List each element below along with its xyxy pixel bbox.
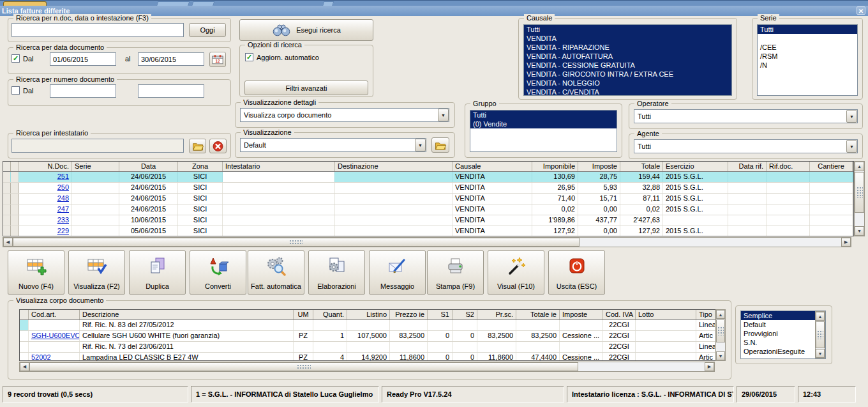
chevron-down-icon[interactable]: ▼ [846,140,857,153]
view-button[interactable]: Visualizza (F2) [68,250,125,295]
scroll-down-icon[interactable]: ▼ [816,349,825,358]
scroll-down-icon[interactable]: ▼ [855,226,864,236]
table-row[interactable]: SGH-U600EVOCellulare SGH U600 WHITE (fuo… [20,331,715,342]
col-intestatario[interactable]: Intestatario [223,162,335,171]
invoices-vertical-scrollbar[interactable]: ▲ ▼ [854,161,865,236]
list-item[interactable]: VENDITA - CESSIONE GRATUITA [524,61,731,70]
duplicate-button[interactable]: Duplica [129,250,186,295]
col-listino[interactable]: Listino [347,310,390,319]
scrollbar-thumb[interactable] [716,319,725,342]
list-item[interactable]: Semplice [741,311,825,320]
col-data-rif[interactable]: Data rif. [728,162,767,171]
col-destinazione[interactable]: Destinazione [335,162,453,171]
col-codart-cell[interactable]: 52002 [29,353,80,361]
print-button[interactable]: Stampa (F9) [427,250,484,295]
advanced-filters-button[interactable]: Filtri avanzati [244,81,368,95]
col-lotto[interactable]: Lotto [636,310,696,319]
list-item[interactable]: /CEE [758,43,857,52]
col-pr-sc[interactable]: Pr.sc. [477,310,516,319]
col-imposte[interactable]: Imposte [560,310,603,319]
col-ndoc-cell[interactable]: 250 [19,183,72,193]
col-descrizione[interactable]: Descrizione [80,310,294,319]
scroll-left-icon[interactable]: ◀ [3,238,13,247]
table-row[interactable]: 23310/06/2015SICIVENDITA1'989,86437,772'… [3,215,853,226]
view-select[interactable]: Default ▼ [240,138,426,152]
table-row[interactable]: 25024/06/2015SICIVENDITA26,955,9332,8820… [3,183,853,194]
chevron-down-icon[interactable]: ▼ [438,109,449,121]
table-row[interactable]: Rif. Ric. N. 73 del 23/06/201122CGILinea [20,342,715,353]
col-ndoc-cell[interactable]: 233 [19,215,72,226]
table-row[interactable]: Rif. Ric. N. 83 del 27/05/201222CGILinea [20,320,715,331]
col-cod-iva[interactable]: Cod. IVA [603,310,636,319]
col-ndoc-cell[interactable]: 251 [19,172,72,182]
col-ndoc-cell[interactable]: 247 [19,204,72,215]
col-data[interactable]: Data [119,162,178,171]
execute-search-button[interactable]: Esegui ricerca [239,19,373,41]
scroll-up-icon[interactable]: ▲ [816,312,825,321]
invoices-horizontal-scrollbar[interactable]: ◀ ▶ [3,237,851,247]
col-quant[interactable]: Quant. [313,310,347,319]
scroll-up-icon[interactable]: ▲ [716,310,725,319]
list-item[interactable]: Tutti [758,25,857,34]
body-vertical-scrollbar[interactable]: ▲ ▼ [715,309,726,361]
views-vertical-scrollbar[interactable]: ▲ ▼ [815,311,825,358]
col-esercizio[interactable]: Esercizio [663,162,728,171]
body-horizontal-scrollbar[interactable]: ◀ ▶ [19,362,715,372]
date-from-input[interactable] [50,52,116,66]
col-ndoc-cell[interactable]: 248 [19,194,72,204]
list-item[interactable]: /N [758,61,857,70]
table-row[interactable]: 22905/06/2015SICIVENDITA127,920,00127,92… [3,226,853,236]
col-imponibile[interactable]: Imponibile [532,162,578,171]
list-item[interactable]: OperazioniEseguite [741,347,825,356]
col-prezzo-ie[interactable]: Prezzo ie [390,310,428,319]
col-causale[interactable]: Causale [453,162,532,171]
operatore-select[interactable]: Tutti ▼ [634,109,858,123]
list-item[interactable]: VENDITA - RIPARAZIONE [524,43,731,52]
col-selector-2[interactable] [11,162,19,171]
col-totale-ie[interactable]: Totale ie [516,310,560,319]
col-tipo[interactable]: Tipo [696,310,715,319]
chevron-down-icon[interactable]: ▼ [846,110,857,123]
date-to-input[interactable] [138,52,204,66]
convert-button[interactable]: Converti [190,250,246,295]
auto-refresh-checkbox[interactable] [245,53,253,61]
table-row[interactable]: 24724/06/2015SICIVENDITA0,020,000,022015… [3,204,853,215]
col-s2[interactable]: S2 [453,310,477,319]
visual-button[interactable]: Visual (F10) [488,250,544,295]
col-um[interactable]: UM [294,310,313,319]
today-button[interactable]: Oggi [189,23,226,37]
col-codart-cell[interactable]: SGH-U600EVO [29,331,80,341]
scroll-left-icon[interactable]: ◀ [20,362,29,371]
scroll-up-icon[interactable]: ▲ [855,162,864,171]
table-row[interactable]: 25124/06/2015SICIVENDITA130,6928,75159,4… [3,172,853,183]
list-item[interactable]: VENDITA - AUTOFATTURA [524,52,731,61]
col-rif-doc[interactable]: Rif.doc. [767,162,810,171]
calendar-button[interactable]: 12 [209,52,226,67]
new-button[interactable]: Nuovo (F4) [8,250,64,295]
col-selector[interactable] [20,310,29,319]
col-selector[interactable] [3,162,11,171]
message-button[interactable]: Messaggio [369,250,426,295]
open-view-button[interactable] [431,137,449,153]
number-from-input[interactable] [50,84,116,98]
agente-select[interactable]: Tutti ▼ [634,139,858,153]
list-item[interactable]: Default [741,320,825,329]
detail-view-select[interactable]: Visualizza corpo documento ▼ [240,108,449,122]
scrollbar-thumb[interactable] [29,362,578,371]
scrollbar-thumb[interactable] [13,238,580,247]
chevron-down-icon[interactable]: ▼ [415,139,426,151]
scroll-right-icon[interactable]: ▶ [705,362,714,371]
col-ndoc-cell[interactable]: 229 [19,226,72,236]
number-to-input[interactable] [138,84,204,98]
scrollbar-thumb[interactable] [816,321,825,348]
date-from-checkbox[interactable] [11,54,20,63]
holder-input[interactable] [11,139,184,153]
list-item[interactable]: Provvigioni [741,329,825,338]
col-ndoc[interactable]: N.Doc. [19,162,72,171]
close-icon[interactable]: ✕ [857,6,865,15]
processing-button[interactable]: Elaborazioni [308,250,365,295]
auto-invoice-button[interactable]: Fatt. automatica [248,250,304,295]
list-item[interactable]: VENDITA [524,34,731,43]
clear-holder-button[interactable] [209,139,227,153]
scroll-down-icon[interactable]: ▼ [716,351,725,360]
